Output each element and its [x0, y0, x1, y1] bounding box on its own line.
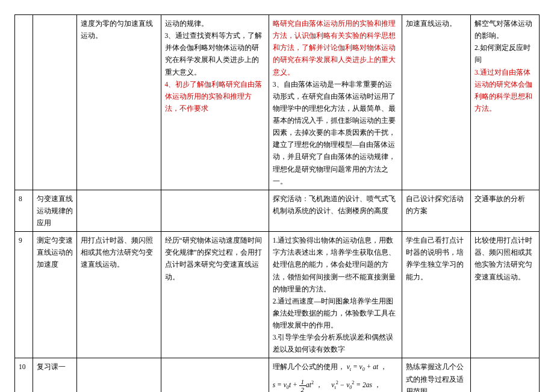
text-highlight: 略研究自由落体运动所用的实验和推理方法，认识伽利略有关实验的科学思想和方法，了解…	[273, 20, 396, 76]
cell-c4: 运动的规律。 3、通过查找资料等方式，了解并体会伽利略对物体运动的研究在科学发展…	[161, 15, 269, 190]
cell-c4	[161, 190, 269, 231]
cell-c6: 自己设计探究活动的方案	[402, 190, 471, 231]
table-row: 10 复习课一 理解几个公式的使用， vt = v0 + at ， s = v0…	[15, 358, 540, 392]
cell-c3	[77, 190, 161, 231]
cell-topic: 匀变速直线运动规律的应用	[33, 190, 77, 231]
cell-c7: 解空气对落体运动的影响。 2.如何测定反应时间 3.通过对自由落体运动的研究体会…	[471, 15, 540, 190]
text-highlight: 4、初步了解伽利略研究自由落体运动所用的实验和推理方法，不作要求	[165, 81, 263, 112]
cell-c5: 理解几个公式的使用， vt = v0 + at ， s = v0t + 12at…	[269, 358, 402, 392]
cell-index	[15, 15, 33, 190]
cell-c5: 1.通过实验得出物体的运动信息，用数字方法表述出来，培养学生获取信息、处理信息的…	[269, 232, 402, 358]
text-plain: 运动的规律。 3、通过查找资料等方式，了解并体会伽利略对物体运动的研究在科学发展…	[165, 20, 263, 76]
formula-s: s = v0t + 12at2	[273, 381, 316, 388]
cell-topic: 测定匀变速直线运动的加速度	[33, 232, 77, 358]
cell-c4	[161, 358, 269, 392]
table-row: 8 匀变速直线运动规律的应用 探究活动：飞机跑道的设计、喷气式飞机制动系统的设计…	[15, 190, 540, 231]
table-row: 速度为零的匀加速直线运动。 运动的规律。 3、通过查找资料等方式，了解并体会伽利…	[15, 15, 540, 190]
formula-vt: vt = v0 + at	[347, 363, 378, 370]
cell-c7: 交通事故的分析	[471, 190, 540, 231]
cell-c5: 略研究自由落体运动所用的实验和推理方法，认识伽利略有关实验的科学思想和方法，了解…	[269, 15, 402, 190]
cell-c3: 速度为零的匀加速直线运动。	[77, 15, 161, 190]
table-row: 9 测定匀变速直线运动的加速度 用打点计时器、频闪照相或其他方法研究匀变速直线运…	[15, 232, 540, 358]
cell-topic: 复习课一	[33, 358, 77, 392]
cell-index: 9	[15, 232, 33, 358]
cell-c4: 经历“研究物体运动速度随时间变化规律”的探究过程，会用打点计时器来研究匀变速直线…	[161, 232, 269, 358]
cell-c6: 加速直线运动。	[402, 15, 471, 190]
text-highlight: 3.通过对自由落体运动的研究体会伽利略的科学思想和方法。	[475, 69, 532, 112]
cell-c7: 比较使用打点计时器、频闪照相或其他实验方法研究匀变速直线运动。	[471, 232, 540, 358]
cell-index: 10	[15, 358, 33, 392]
cell-c6: 熟练掌握这几个公式的推导过程及适用范围	[402, 358, 471, 392]
cell-c3	[77, 358, 161, 392]
curriculum-table: 速度为零的匀加速直线运动。 运动的规律。 3、通过查找资料等方式，了解并体会伽利…	[14, 14, 540, 392]
cell-c7	[471, 358, 540, 392]
cell-index: 8	[15, 190, 33, 231]
formula-intro: 理解几个公式的使用，	[273, 363, 345, 370]
cell-c3: 用打点计时器、频闪照相或其他方法研究匀变速直线运动。	[77, 232, 161, 358]
cell-c6: 学生自己看打点计时器的说明书，培养学生独立学习的能力。	[402, 232, 471, 358]
text-plain: 解空气对落体运动的影响。 2.如何测定反应时间	[475, 20, 532, 63]
cell-topic	[33, 15, 77, 190]
text-plain: 3、自由落体运动是一种非常重要的运动形式，在研究自由落体运动时运用了物理学中的理…	[273, 81, 396, 185]
formula-v2: vt2 − v02 = 2as	[331, 381, 373, 388]
cell-c5: 探究活动：飞机跑道的设计、喷气式飞机制动系统的设计、估测楼房的高度	[269, 190, 402, 231]
